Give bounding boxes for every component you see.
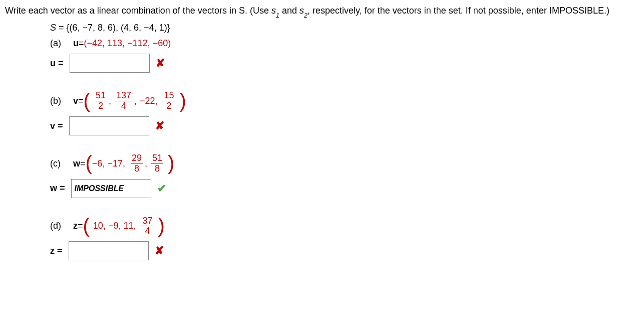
- part-c-vec: w: [73, 158, 80, 169]
- part-b-label: (b): [50, 96, 73, 106]
- part-d-answer-label: z =: [50, 246, 63, 256]
- intro-text-2: and: [279, 6, 299, 16]
- frac-num: 137: [115, 91, 132, 101]
- part-d-t1: 10, −9, 11,: [93, 221, 136, 231]
- frac-num: 15: [163, 91, 175, 101]
- part-d: (d) z = ( 10, −9, 11, 374 ) z = ✘: [50, 216, 639, 261]
- part-c-eq: =: [80, 158, 86, 169]
- part-b-answer-label: v =: [50, 121, 63, 131]
- frac-den: 4: [120, 101, 127, 111]
- part-b-target: ( 512 , 1374 , −22, 152 ): [84, 91, 186, 111]
- part-c: (c) w = ( −6, −17, 298 , 518 ) w = ✔: [50, 153, 639, 198]
- part-c-t1: −6, −17,: [92, 158, 125, 169]
- wrong-icon: ✘: [155, 119, 164, 132]
- s1-var: s: [271, 6, 276, 16]
- frac-den: 8: [154, 164, 161, 174]
- wrong-icon: ✘: [155, 244, 164, 257]
- part-d-eq: =: [78, 221, 83, 231]
- part-a: (a) u = (−42, 113, −112, −60) u = ✘: [50, 38, 639, 73]
- part-b-eq: =: [78, 96, 84, 106]
- set-eq: =: [56, 23, 67, 33]
- frac-num: 51: [95, 91, 107, 101]
- frac-num: 37: [141, 216, 153, 227]
- s1-sub: 1: [276, 12, 279, 19]
- s2-sub: 2: [304, 12, 307, 19]
- frac-den: 4: [144, 226, 151, 236]
- part-a-target: (−42, 113, −112, −60): [84, 38, 171, 49]
- part-d-input[interactable]: [69, 241, 149, 260]
- part-d-header: (d) z = ( 10, −9, 11, 374 ): [50, 216, 639, 237]
- frac-num: 51: [151, 153, 163, 164]
- instructions-text: Write each vector as a linear combinatio…: [5, 4, 639, 19]
- set-lhs: S: [50, 23, 56, 33]
- part-c-answer-label: w =: [50, 183, 65, 194]
- part-c-label: (c): [50, 158, 73, 169]
- part-a-input[interactable]: [70, 54, 150, 73]
- part-b-input[interactable]: [69, 116, 149, 135]
- part-b-vec: v: [73, 96, 78, 106]
- part-c-header: (c) w = ( −6, −17, 298 , 518 ): [50, 153, 639, 174]
- part-d-vec: z: [73, 221, 78, 231]
- set-rhs: {(6, −7, 8, 6), (4, 6, −4, 1)}: [67, 23, 170, 33]
- wrong-icon: ✘: [156, 57, 165, 70]
- intro-text-3: , respectively, for the vectors in the s…: [307, 6, 609, 16]
- part-a-answer-label: u =: [50, 58, 64, 69]
- set-definition: S = {(6, −7, 8, 6), (4, 6, −4, 1)}: [50, 23, 639, 33]
- intro-text-1: Write each vector as a linear combinatio…: [5, 6, 271, 16]
- part-c-input[interactable]: [71, 179, 151, 198]
- s2-var: s: [299, 6, 304, 16]
- part-b: (b) v = ( 512 , 1374 , −22, 152 ): [50, 91, 639, 135]
- part-a-eq: =: [79, 38, 84, 49]
- part-a-label: (a): [50, 38, 73, 49]
- frac-num: 29: [131, 153, 143, 164]
- frac-den: 2: [166, 101, 173, 111]
- part-d-target: ( 10, −9, 11, 374 ): [83, 216, 165, 237]
- part-a-vec: u: [73, 38, 79, 49]
- part-c-target: ( −6, −17, 298 , 518 ): [86, 153, 175, 174]
- part-d-label: (d): [50, 221, 73, 231]
- part-a-header: (a) u = (−42, 113, −112, −60): [50, 38, 639, 49]
- part-b-header: (b) v = ( 512 , 1374 , −22, 152 ): [50, 91, 639, 111]
- part-b-t3: −22,: [140, 96, 158, 106]
- correct-icon: ✔: [157, 182, 166, 195]
- frac-den: 8: [133, 164, 140, 174]
- frac-den: 2: [97, 101, 104, 111]
